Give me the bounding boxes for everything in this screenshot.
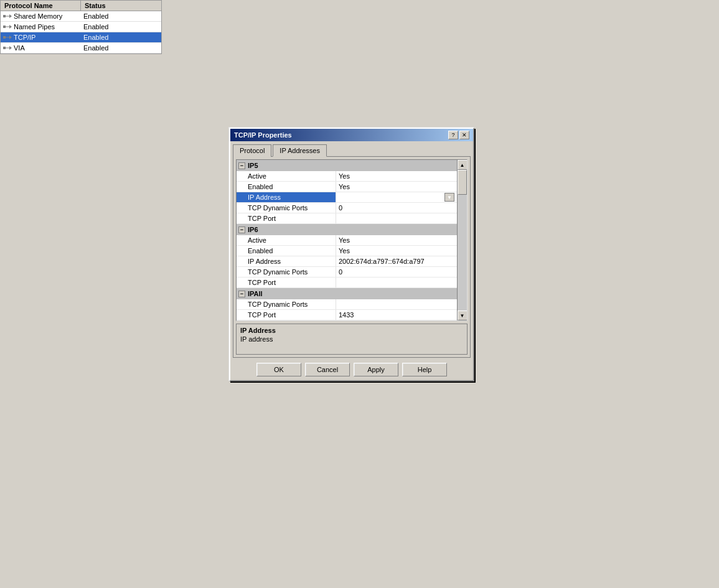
- ok-button[interactable]: OK: [256, 363, 301, 376]
- ip-row-value: 2002:674d:a797::674d:a797: [336, 256, 457, 266]
- collapse-button-ipall[interactable]: −: [238, 291, 245, 297]
- collapse-button-ip6[interactable]: −: [238, 226, 245, 233]
- help-icon-button[interactable]: ?: [448, 131, 458, 139]
- ip-row-label: TCP Dynamic Ports: [237, 203, 336, 213]
- ip-row[interactable]: TCP Dynamic Ports: [237, 299, 457, 310]
- protocol-row[interactable]: VIAEnabled: [1, 43, 161, 54]
- protocol-status-cell: Enabled: [81, 22, 161, 32]
- ip-row-value-text: Yes: [339, 236, 350, 244]
- protocol-row[interactable]: TCP/IPEnabled: [1, 32, 161, 43]
- protocol-icon: [3, 45, 12, 51]
- ip-row-label: Enabled: [237, 246, 336, 256]
- protocol-row[interactable]: Shared MemoryEnabled: [1, 11, 161, 22]
- ip-section-header-ip5[interactable]: −IP5: [237, 160, 457, 171]
- ip-address-dropdown-button[interactable]: ▼: [444, 193, 454, 202]
- svg-marker-8: [9, 35, 12, 39]
- header-status: Status: [81, 1, 161, 11]
- ip-row[interactable]: TCP Port1433: [237, 310, 457, 320]
- protocol-name-cell: Shared Memory: [1, 11, 81, 21]
- description-title: IP Address: [240, 327, 463, 334]
- ip-row-value-text: 1433: [339, 311, 354, 319]
- scroll-up-button[interactable]: ▲: [458, 160, 468, 170]
- scrollbar-track: [458, 170, 467, 310]
- protocol-header: Protocol Name Status: [1, 1, 161, 11]
- ip-row[interactable]: TCP Port: [237, 213, 457, 224]
- ip-row-label: TCP Dynamic Ports: [237, 267, 336, 277]
- scroll-down-button[interactable]: ▼: [458, 310, 468, 320]
- ip-row-value: Yes: [336, 171, 457, 181]
- scrollbar: ▲ ▼: [457, 160, 467, 320]
- svg-marker-11: [9, 46, 12, 50]
- svg-marker-2: [9, 14, 12, 18]
- ip-row-value: Yes: [336, 235, 457, 245]
- protocol-status-cell: Enabled: [81, 43, 161, 53]
- header-protocol-name: Protocol Name: [1, 1, 81, 11]
- ip-row-label: TCP Port: [237, 310, 336, 320]
- protocol-name-label: TCP/IP: [14, 34, 35, 41]
- description-box: IP Address IP address: [236, 324, 468, 355]
- ip-row-value-text: 0: [339, 204, 342, 212]
- ip-row[interactable]: ActiveYes: [237, 235, 457, 246]
- ip-list-inner[interactable]: −IP5ActiveYesEnabledYesIP Address▼TCP Dy…: [237, 160, 457, 320]
- cancel-button[interactable]: Cancel: [305, 363, 350, 376]
- tab-content: −IP5ActiveYesEnabledYesIP Address▼TCP Dy…: [233, 156, 471, 358]
- ip-row-value[interactable]: ▼: [336, 192, 457, 202]
- ip-row-label: Active: [237, 235, 336, 245]
- svg-rect-9: [3, 47, 6, 49]
- tcp-ip-properties-dialog: TCP/IP Properties ? ✕ Protocol IP Addres…: [229, 128, 474, 381]
- ip-row[interactable]: EnabledYes: [237, 246, 457, 256]
- protocol-icon: [3, 24, 12, 30]
- ip-row-value: [336, 213, 457, 223]
- protocol-icon: [3, 34, 12, 40]
- svg-rect-3: [3, 26, 6, 28]
- protocol-name-cell: TCP/IP: [1, 32, 81, 42]
- ip-row[interactable]: TCP Port: [237, 278, 457, 288]
- ip-row-label: TCP Port: [237, 213, 336, 223]
- ip-row-label: IP Address: [237, 256, 336, 266]
- section-label-ipall: IPAll: [248, 290, 263, 297]
- ip-row[interactable]: EnabledYes: [237, 182, 457, 192]
- svg-marker-5: [9, 25, 12, 29]
- tab-protocol[interactable]: Protocol: [233, 144, 271, 157]
- protocol-rows: Shared MemoryEnabledNamed PipesEnabledTC…: [1, 11, 161, 54]
- ip-list: −IP5ActiveYesEnabledYesIP Address▼TCP Dy…: [236, 159, 468, 321]
- protocol-name-cell: VIA: [1, 43, 81, 53]
- svg-rect-0: [3, 15, 6, 17]
- help-button[interactable]: Help: [402, 363, 447, 376]
- protocol-row[interactable]: Named PipesEnabled: [1, 22, 161, 32]
- ip-row[interactable]: ActiveYes: [237, 171, 457, 182]
- dialog-titlebar: TCP/IP Properties ? ✕: [230, 129, 473, 141]
- protocol-name-label: VIA: [14, 44, 25, 52]
- tab-ip-addresses[interactable]: IP Addresses: [273, 144, 327, 157]
- apply-button[interactable]: Apply: [354, 363, 398, 376]
- tab-bar: Protocol IP Addresses: [230, 141, 473, 156]
- description-text: IP address: [240, 335, 463, 343]
- dialog-title: TCP/IP Properties: [234, 131, 292, 139]
- ip-section-header-ip6[interactable]: −IP6: [237, 224, 457, 235]
- ip-row-label: TCP Port: [237, 278, 336, 287]
- ip-row[interactable]: TCP Dynamic Ports0: [237, 267, 457, 278]
- dialog-buttons: OK Cancel Apply Help: [230, 358, 473, 380]
- ip-row-value-text: 0: [339, 268, 342, 276]
- ip-row-value: 0: [336, 203, 457, 213]
- protocol-name-cell: Named Pipes: [1, 22, 81, 32]
- ip-row[interactable]: TCP Dynamic Ports0: [237, 203, 457, 213]
- ip-address-input[interactable]: [339, 194, 444, 201]
- collapse-button-ip5[interactable]: −: [238, 162, 245, 169]
- ip-row-value: 0: [336, 267, 457, 277]
- scrollbar-thumb[interactable]: [458, 170, 467, 195]
- ip-row[interactable]: IP Address2002:674d:a797::674d:a797: [237, 256, 457, 267]
- ip-row-label: Active: [237, 171, 336, 181]
- protocol-name-label: Shared Memory: [14, 12, 62, 20]
- ip-row-value-text: Yes: [339, 183, 350, 190]
- ip-row-value: Yes: [336, 182, 457, 192]
- protocol-status-cell: Enabled: [81, 32, 161, 42]
- ip-row-label: IP Address: [237, 192, 336, 202]
- protocol-icon: [3, 13, 12, 19]
- ip-row-label: Enabled: [237, 182, 336, 192]
- ip-row[interactable]: IP Address▼: [237, 192, 457, 203]
- svg-rect-6: [3, 36, 6, 39]
- ip-section-header-ipall[interactable]: −IPAll: [237, 288, 457, 299]
- close-button[interactable]: ✕: [459, 131, 469, 139]
- ip-row-value-text: 2002:674d:a797::674d:a797: [339, 258, 425, 265]
